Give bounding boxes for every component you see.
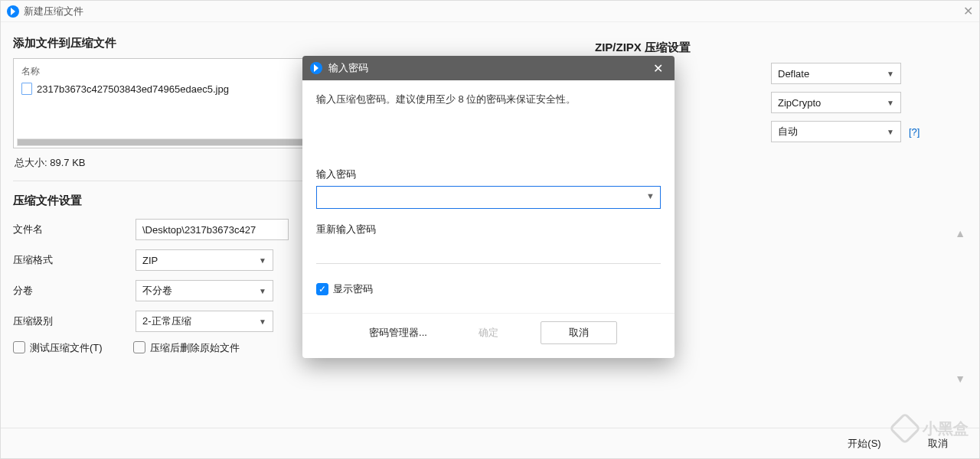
total-size-value: 89.7 KB — [50, 157, 85, 168]
ok-button: 确定 — [450, 321, 527, 344]
filename-label: 文件名 — [13, 223, 136, 236]
checkbox-icon — [133, 341, 145, 353]
format-label: 压缩格式 — [13, 253, 136, 267]
method-value: Deflate — [778, 68, 809, 80]
window-close-button[interactable]: ✕ — [963, 4, 973, 18]
password-label: 输入密码 — [316, 168, 661, 181]
chevron-down-icon: ▼ — [259, 317, 266, 326]
image-file-icon — [21, 83, 32, 95]
start-button[interactable]: 开始(S) — [837, 433, 892, 454]
dialog-close-button[interactable]: ✕ — [648, 59, 667, 77]
checkbox-icon — [316, 283, 328, 295]
chevron-down-icon: ▼ — [259, 256, 266, 265]
cancel-button[interactable]: 取消 — [541, 321, 617, 344]
split-label: 分卷 — [13, 284, 136, 298]
password-manager-button[interactable]: 密码管理器... — [360, 321, 436, 344]
password-confirm-label: 重新输入密码 — [316, 223, 661, 236]
chevron-down-icon[interactable]: ▼ — [955, 373, 965, 385]
add-files-heading: 添加文件到压缩文件 — [13, 36, 580, 50]
split-value: 不分卷 — [142, 284, 172, 298]
window-title: 新建压缩文件 — [24, 5, 83, 18]
encryption-value: ZipCrypto — [778, 97, 821, 109]
encryption-select[interactable]: ZipCrypto ▼ — [771, 92, 901, 113]
chevron-down-icon[interactable]: ▼ — [646, 191, 655, 200]
dialog-title: 输入密码 — [328, 61, 368, 75]
checkbox-icon — [13, 341, 25, 353]
chevron-down-icon: ▼ — [887, 70, 894, 78]
level-value: 2-正常压缩 — [142, 314, 191, 328]
dialog-hint: 输入压缩包密码。建议使用至少 8 位的密码来保证安全性。 — [316, 93, 661, 106]
chevron-down-icon: ▼ — [887, 99, 894, 107]
filename-value: \Desktop\2317b3673c427 — [142, 224, 256, 236]
test-archive-checkbox[interactable]: 测试压缩文件(T) — [13, 341, 103, 355]
format-value: ZIP — [142, 255, 158, 266]
dialog-body: 输入压缩包密码。建议使用至少 8 位的密码来保证安全性。 输入密码 ▼ 重新输入… — [302, 80, 675, 313]
dialog-titlebar[interactable]: 输入密码 ✕ — [302, 56, 675, 80]
password-dialog: 输入密码 ✕ 输入压缩包密码。建议使用至少 8 位的密码来保证安全性。 输入密码… — [302, 56, 675, 358]
split-select[interactable]: 不分卷 ▼ — [136, 280, 273, 301]
format-select[interactable]: ZIP ▼ — [136, 249, 273, 271]
method-select[interactable]: Deflate ▼ — [771, 63, 901, 84]
filename-field[interactable]: \Desktop\2317b3673c427 — [136, 219, 289, 240]
auto-select[interactable]: 自动 ▼ — [771, 121, 901, 142]
chevron-up-icon[interactable]: ▲ — [955, 227, 965, 239]
show-password-checkbox[interactable]: 显示密码 — [316, 282, 661, 296]
main-window: 新建压缩文件 ✕ 添加文件到压缩文件 名称 2317b3673c42750384… — [0, 0, 980, 459]
app-icon — [310, 62, 322, 74]
chevron-down-icon: ▼ — [887, 128, 894, 136]
file-name: 2317b3673c427503843ed74965edaec5.jpg — [37, 83, 229, 95]
password-input[interactable] — [316, 186, 661, 209]
app-icon — [7, 5, 19, 18]
zip-settings-heading: ZIP/ZIPX 压缩设置 — [595, 41, 967, 55]
dialog-footer: 密码管理器... 确定 取消 — [302, 313, 675, 358]
auto-value: 自动 — [778, 125, 798, 138]
level-label: 压缩级别 — [13, 314, 136, 328]
cancel-button[interactable]: 取消 — [910, 433, 965, 454]
password-confirm-input[interactable] — [316, 241, 661, 264]
footer-bar: 开始(S) 取消 — [1, 428, 979, 458]
level-select[interactable]: 2-正常压缩 ▼ — [136, 311, 273, 332]
help-link[interactable]: [?] — [909, 126, 920, 138]
expand-chevrons: ▲ ▼ — [955, 230, 965, 385]
chevron-down-icon: ▼ — [259, 287, 266, 295]
window-titlebar: 新建压缩文件 ✕ — [1, 1, 979, 22]
total-size-label: 总大小: — [15, 157, 47, 168]
delete-after-checkbox[interactable]: 压缩后删除原始文件 — [133, 341, 240, 355]
